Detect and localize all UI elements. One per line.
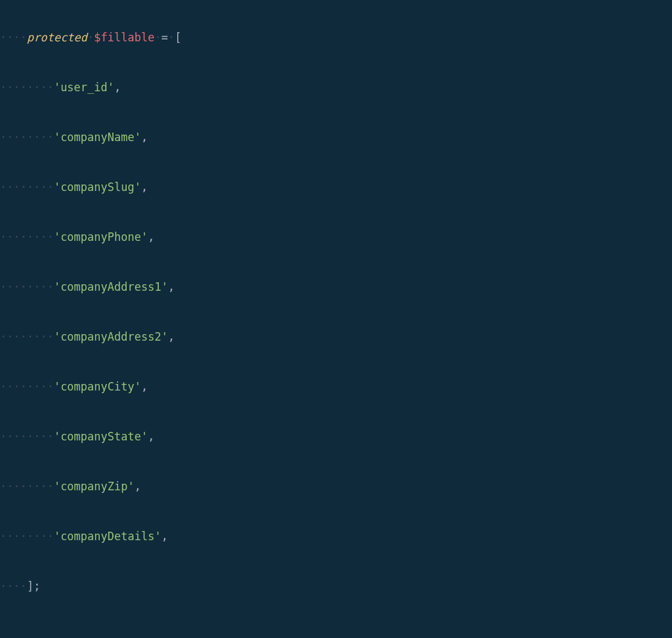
string-literal: 'companyDetails' <box>54 530 161 543</box>
code-line: ········'companyCity', <box>0 374 672 399</box>
string-literal: 'companyName' <box>54 131 141 144</box>
code-line: ········'companySlug', <box>0 175 672 200</box>
code-line: ········'companyZip', <box>0 474 672 499</box>
code-line: ········'companyState', <box>0 424 672 449</box>
string-literal: 'companyZip' <box>54 480 135 493</box>
variable-fillable: $fillable <box>94 31 154 44</box>
code-line: ········'companyAddress2', <box>0 324 672 349</box>
string-literal: 'companyAddress2' <box>54 330 168 343</box>
string-literal: 'companyAddress1' <box>54 280 168 293</box>
string-literal: 'companyPhone' <box>54 230 148 244</box>
code-line: ········'user_id', <box>0 75 672 100</box>
keyword-protected: protected <box>27 31 87 44</box>
string-literal: 'companySlug' <box>54 181 141 194</box>
string-literal: 'companyState' <box>54 430 148 443</box>
code-line: ········'companyName', <box>0 125 672 150</box>
code-line: ········'companyPhone', <box>0 224 672 249</box>
code-line: ····protected·$fillable·=·[ <box>0 25 672 50</box>
string-literal: 'user_id' <box>54 81 114 94</box>
string-literal: 'companyCity' <box>54 380 141 393</box>
code-line-blank <box>0 624 672 638</box>
code-editor[interactable]: ····protected·$fillable·=·[ ········'use… <box>0 0 672 638</box>
code-line: ········'companyAddress1', <box>0 274 672 299</box>
code-line: ········'companyDetails', <box>0 524 672 549</box>
code-line: ····]; <box>0 574 672 599</box>
